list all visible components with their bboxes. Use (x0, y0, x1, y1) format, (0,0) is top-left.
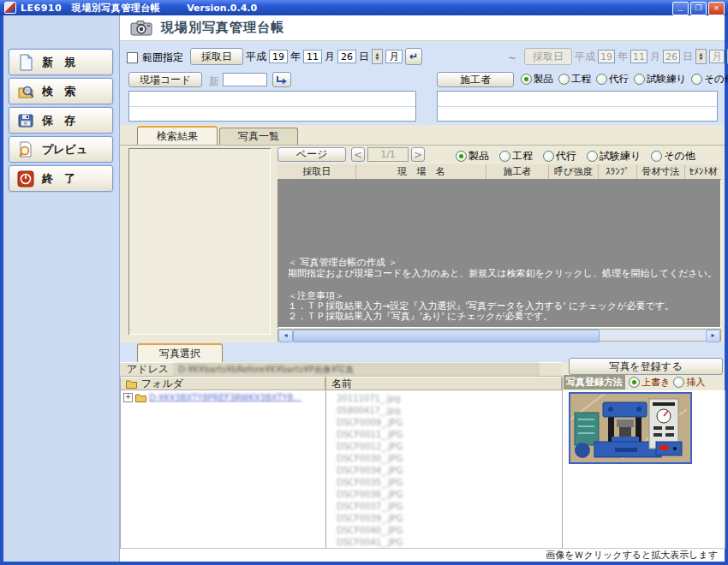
radio-label: 試験練り (647, 73, 686, 86)
file-row[interactable]: DSCF0009_.JPG (337, 417, 563, 429)
search-button-label: 検 索 (42, 84, 75, 99)
file-row[interactable]: DSCF0039_.JPG (337, 513, 563, 525)
file-row[interactable]: DSCF0037_.JPG (337, 501, 563, 513)
month-unit: 月 (325, 50, 335, 64)
day-input[interactable] (337, 50, 356, 63)
results-category-product[interactable]: 製品 (456, 149, 489, 164)
scrollbar-thumb[interactable] (293, 330, 600, 342)
guide-body: 期間指定および現場コードを入力のあと、新規又は検索釦をクリックし、処理を開始して… (288, 269, 717, 279)
preview-button[interactable]: プレビュ (9, 136, 113, 163)
contractor-field-right[interactable] (437, 91, 718, 122)
register-method-label: 写真登録方法 (564, 375, 625, 390)
page-readout: 1/1 (367, 147, 409, 162)
page-next-button[interactable]: > (411, 147, 425, 162)
site-name-field-left[interactable] (128, 91, 416, 122)
range-checkbox[interactable] (127, 52, 138, 63)
method-insert[interactable]: 挿入 (673, 376, 705, 389)
new-button[interactable]: 新 規 (9, 49, 113, 75)
results-section: 検索結果 写真一覧 ページ < 1/1 > 製品 工程 代行 試験練り その他 … (120, 125, 725, 342)
folder-header-label: フォルダ (141, 377, 183, 391)
radio-icon (543, 151, 554, 162)
folder-column-header[interactable]: フォルダ (120, 377, 325, 390)
note-2: ２．ＴＰ採取結果入力『写真』'あり' にチェックが必要です。 (288, 312, 552, 322)
results-category-agency[interactable]: 代行 (543, 149, 576, 164)
month-input[interactable] (303, 50, 322, 63)
weekday-input[interactable] (385, 50, 403, 63)
era-to-label: 平成 (575, 50, 595, 64)
column-divider (562, 377, 563, 548)
filter-category-product[interactable]: 製品 (521, 73, 553, 86)
scroll-right-icon[interactable]: ▸ (706, 330, 720, 342)
sample-date-to-button: 採取日 (524, 48, 572, 65)
file-row[interactable]: DSCF0036_.JPG (337, 489, 563, 501)
preview-button-label: プレビュ (42, 142, 87, 158)
results-table-body: ＜ 写真管理台帳の作成 ＞ 期間指定および現場コードを入力のあと、新規又は検索釦… (277, 179, 721, 328)
page-prev-button[interactable]: < (351, 147, 365, 162)
file-row[interactable]: 20111071_.jpg (337, 393, 563, 405)
name-column-header[interactable]: 名前 (325, 377, 562, 390)
maximize-button[interactable]: ❐ (690, 2, 707, 15)
search-button[interactable]: 検 索 (9, 78, 113, 104)
file-row[interactable]: DSCF0041_.JPG (337, 537, 563, 549)
radio-icon (587, 151, 598, 162)
date-enter-button[interactable]: ↵ (405, 48, 422, 65)
year-input[interactable] (269, 50, 288, 63)
results-table-header: 採取日 現 場 名 施工者 呼び強度 ｽﾗﾝﾌﾟ 骨材寸法 ｾﾒﾝﾄ材 (277, 164, 721, 180)
radio-icon (521, 74, 532, 85)
filter-category-other[interactable]: その他 (691, 73, 728, 86)
horizontal-scrollbar[interactable]: ◂ ▸ (277, 329, 721, 342)
tab-search-results[interactable]: 検索結果 (137, 126, 218, 145)
photo-section: 写真選択 アドレス D:¥K¥barts¥bRefore¥K¥barts¥P画像… (120, 342, 725, 562)
search-folder-icon (17, 83, 34, 100)
site-list-box[interactable] (128, 148, 271, 335)
hint-row: 画像をＷクリックすると拡大表示します (120, 548, 725, 562)
weekday-to-input (709, 50, 725, 63)
address-value: D:¥K¥barts¥bRefore¥K¥barts¥P画像¥写真 (174, 363, 539, 377)
filter-category-process[interactable]: 工程 (558, 73, 591, 86)
page-button[interactable]: ページ (277, 147, 346, 162)
site-code-input[interactable] (223, 73, 267, 86)
new-flag-label: 新 (209, 74, 219, 89)
minimize-button[interactable]: ＿ (672, 2, 689, 15)
year-unit: 年 (290, 50, 301, 64)
site-code-lookup-button[interactable] (272, 72, 291, 87)
radio-label: その他 (664, 149, 695, 164)
tab-baseline (120, 145, 725, 146)
scroll-left-icon[interactable]: ◂ (278, 330, 293, 342)
tree-expander-icon[interactable]: + (123, 393, 133, 402)
register-photo-button[interactable]: 写真を登録する (569, 358, 723, 375)
save-button[interactable]: H 保 存 (9, 107, 113, 134)
results-category-trial[interactable]: 試験練り (587, 149, 641, 164)
tab-photo-select[interactable]: 写真選択 (137, 343, 223, 362)
contractor-button[interactable]: 施工者 (437, 72, 514, 87)
sample-date-button[interactable]: 採取日 (190, 48, 243, 65)
radio-icon (651, 151, 662, 162)
file-row[interactable]: DSCF0012_.JPG (337, 441, 563, 453)
col-sample-date: 採取日 (277, 164, 356, 179)
filter-category-trial[interactable]: 試験練り (634, 73, 686, 86)
tab-photo-list[interactable]: 写真一覧 (219, 128, 298, 145)
page-header: 現場別写真管理台帳 (120, 15, 725, 41)
file-row[interactable]: DSCF0035_.JPG (337, 477, 563, 489)
results-category-other[interactable]: その他 (651, 149, 695, 164)
site-code-button[interactable]: 現場コード (128, 72, 202, 87)
photo-thumbnail[interactable] (569, 392, 692, 464)
file-row[interactable]: DSCF0034_.JPG (337, 465, 563, 477)
title-bar[interactable]: LE6910 現場別写真管理台帳 Version.0.4.0 ＿ ❐ × (0, 0, 728, 15)
method-overwrite[interactable]: 上書き (629, 376, 670, 389)
folder-tree-panel[interactable]: + D:¥K¥3BXTY8PREF3RWK¥3BXTY8… (120, 390, 327, 549)
file-row[interactable]: DSCF0011_.JPG (337, 429, 563, 441)
file-row[interactable]: DSCF0030_.JPG (337, 453, 563, 465)
close-button[interactable]: × (708, 2, 725, 15)
filter-category-agency[interactable]: 代行 (596, 73, 629, 86)
window-title: LE6910 現場別写真管理台帳 (21, 2, 160, 15)
file-row[interactable]: DSCF0040_.JPG (337, 525, 563, 537)
file-list-panel[interactable]: 20111071_.jpg 05800417_.jpg DSCF0009_.JP… (325, 390, 564, 549)
new-document-icon (17, 54, 34, 71)
results-category-process[interactable]: 工程 (499, 149, 533, 164)
exit-button[interactable]: 終 了 (9, 165, 113, 192)
file-row[interactable]: 05800417_.jpg (337, 405, 563, 417)
day-spinner[interactable]: ▲▼ (372, 49, 383, 64)
app-window: LE6910 現場別写真管理台帳 Version.0.4.0 ＿ ❐ × 新 規… (0, 0, 728, 565)
folder-tree-item[interactable]: + D:¥K¥3BXTY8PREF3RWK¥3BXTY8… (121, 390, 326, 402)
